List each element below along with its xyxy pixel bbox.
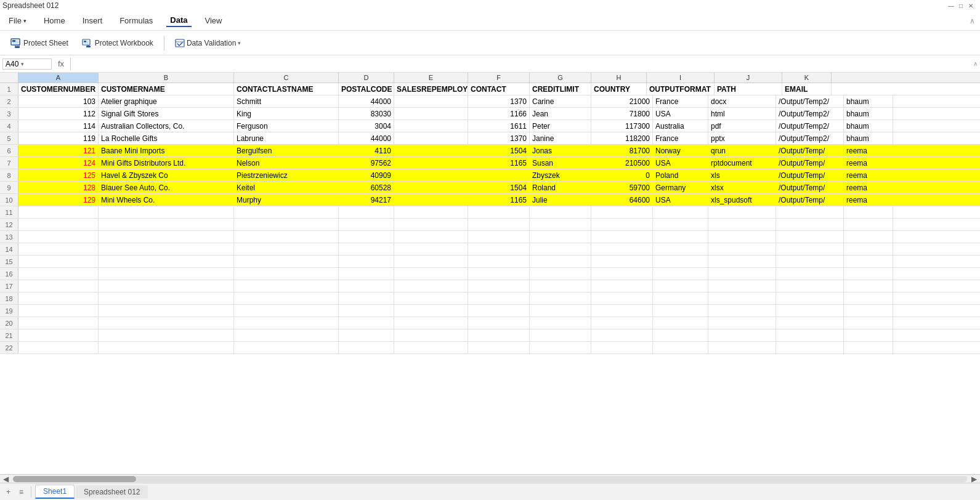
- cell-h6[interactable]: 81700: [591, 145, 653, 156]
- cell-k6-path[interactable]: /Output/Temp/: [776, 145, 844, 156]
- add-sheet-button[interactable]: +: [2, 486, 14, 498]
- cell-c10[interactable]: Murphy: [234, 194, 339, 206]
- menu-insert[interactable]: Insert: [79, 15, 107, 26]
- col-header-g[interactable]: G: [530, 73, 591, 83]
- cell-j1[interactable]: PATH: [715, 83, 782, 95]
- cell-g2[interactable]: Carine: [530, 95, 591, 107]
- cell-i8-country[interactable]: Poland: [653, 169, 708, 181]
- cell-k3-path[interactable]: /Output/Temp2/: [776, 108, 844, 119]
- cell-k4-path[interactable]: /Output/Temp2/: [776, 120, 844, 132]
- cell-j10-format[interactable]: xls_spudsoft: [708, 194, 776, 206]
- cell-d9[interactable]: 60528: [339, 182, 394, 193]
- cell-j8-format[interactable]: xls: [708, 169, 776, 181]
- cell-h10[interactable]: 64600: [591, 194, 653, 206]
- cell-d2[interactable]: 44000: [339, 95, 394, 107]
- cell-k10-path[interactable]: /Output/Temp/: [776, 194, 844, 206]
- cell-c4[interactable]: Ferguson: [234, 120, 339, 132]
- menu-data[interactable]: Data: [166, 14, 191, 27]
- menu-home[interactable]: Home: [40, 15, 69, 26]
- cell-b6[interactable]: Baane Mini Imports: [99, 145, 234, 156]
- scroll-left-icon[interactable]: ◀: [1, 475, 10, 483]
- cell-g10[interactable]: Julie: [530, 194, 591, 206]
- cell-d7[interactable]: 97562: [339, 157, 394, 169]
- cell-d4[interactable]: 3004: [339, 120, 394, 132]
- cell-b9[interactable]: Blauer See Auto, Co.: [99, 182, 234, 193]
- close-icon[interactable]: ✕: [966, 1, 975, 10]
- cell-d3[interactable]: 83030: [339, 108, 394, 119]
- cell-k7-path[interactable]: /Output/Temp/: [776, 157, 844, 169]
- cell-b3[interactable]: Signal Gift Stores: [99, 108, 234, 119]
- window-collapse-icon[interactable]: ∧: [970, 17, 975, 25]
- cell-k8-path[interactable]: /Output/Temp/: [776, 169, 844, 181]
- cell-f9[interactable]: 1504: [468, 182, 530, 193]
- cell-k5-path[interactable]: /Output/Temp2/: [776, 132, 844, 144]
- cell-a1[interactable]: CUSTOMERNUMBER: [18, 83, 99, 95]
- cell-c3[interactable]: King: [234, 108, 339, 119]
- cell-e8[interactable]: [394, 169, 468, 181]
- col-header-a[interactable]: A: [18, 73, 99, 83]
- cell-g8[interactable]: Zbyszek: [530, 169, 591, 181]
- cell-h1[interactable]: COUNTRY: [591, 83, 647, 95]
- cell-g7[interactable]: Susan: [530, 157, 591, 169]
- cell-g9[interactable]: Roland: [530, 182, 591, 193]
- cell-g4[interactable]: Peter: [530, 120, 591, 132]
- cell-b10[interactable]: Mini Wheels Co.: [99, 194, 234, 206]
- cell-a4[interactable]: 114: [18, 120, 99, 132]
- tab-sheet1[interactable]: Sheet1: [35, 485, 75, 499]
- col-header-f[interactable]: F: [468, 73, 530, 83]
- cell-e4[interactable]: [394, 120, 468, 132]
- cell-a8[interactable]: 125: [18, 169, 99, 181]
- cell-a3[interactable]: 112: [18, 108, 99, 119]
- tab-spreadsheet012[interactable]: Spreadsheet 012: [76, 485, 148, 498]
- cell-b7[interactable]: Mini Gifts Distributors Ltd.: [99, 157, 234, 169]
- cell-b4[interactable]: Australian Collectors, Co.: [99, 120, 234, 132]
- cell-i3-country[interactable]: USA: [653, 108, 708, 119]
- cell-c8[interactable]: Piestrzeniewicz: [234, 169, 339, 181]
- cell-b8[interactable]: Havel & Zbyszek Co: [99, 169, 234, 181]
- cell-f3[interactable]: 1166: [468, 108, 530, 119]
- cell-j3-format[interactable]: html: [708, 108, 776, 119]
- cell-l9-email[interactable]: reema: [844, 182, 893, 193]
- cell-l7-email[interactable]: reema: [844, 157, 893, 169]
- cell-g5[interactable]: Janine: [530, 132, 591, 144]
- menu-file[interactable]: File ▾: [5, 15, 30, 26]
- maximize-icon[interactable]: □: [957, 1, 965, 10]
- sheet-list-button[interactable]: ≡: [15, 486, 27, 498]
- cell-k9-path[interactable]: /Output/Temp/: [776, 182, 844, 193]
- cell-ref-dropdown-icon[interactable]: ▾: [21, 61, 24, 67]
- cell-e5[interactable]: [394, 132, 468, 144]
- data-validation-button[interactable]: Data Validation ▾: [169, 36, 247, 50]
- protect-workbook-button[interactable]: Protect Workbook: [76, 36, 159, 50]
- scroll-right-icon[interactable]: ▶: [970, 475, 979, 483]
- cell-l5-email[interactable]: bhaum: [844, 132, 893, 144]
- cell-f8[interactable]: [468, 169, 530, 181]
- cell-b5[interactable]: La Rochelle Gifts: [99, 132, 234, 144]
- cell-i9-country[interactable]: Germany: [653, 182, 708, 193]
- grid-container[interactable]: 1 CUSTOMERNUMBER CUSTOMERNAME CONTACTLAS…: [0, 83, 980, 474]
- cell-i10-country[interactable]: USA: [653, 194, 708, 206]
- col-header-j[interactable]: J: [715, 73, 782, 83]
- cell-e3[interactable]: [394, 108, 468, 119]
- cell-l3-email[interactable]: bhaum: [844, 108, 893, 119]
- col-header-i[interactable]: I: [647, 73, 715, 83]
- cell-k1[interactable]: EMAIL: [782, 83, 832, 95]
- protect-sheet-button[interactable]: Protect Sheet: [5, 36, 74, 50]
- cell-a10[interactable]: 129: [18, 194, 99, 206]
- cell-f5[interactable]: 1370: [468, 132, 530, 144]
- cell-f4[interactable]: 1611: [468, 120, 530, 132]
- cell-j2-format[interactable]: docx: [708, 95, 776, 107]
- cell-j6-format[interactable]: qrun: [708, 145, 776, 156]
- cell-j5-format[interactable]: pptx: [708, 132, 776, 144]
- cell-g1[interactable]: CREDITLIMIT: [530, 83, 591, 95]
- cell-c7[interactable]: Nelson: [234, 157, 339, 169]
- cell-d6[interactable]: 4110: [339, 145, 394, 156]
- cell-k2-path[interactable]: /Output/Temp2/: [776, 95, 844, 107]
- cell-e1[interactable]: SALESREPEMPLOYEENUMBER: [394, 83, 468, 95]
- cell-i1[interactable]: OUTPUTFORMAT: [647, 83, 715, 95]
- cell-l6-email[interactable]: reema: [844, 145, 893, 156]
- cell-l4-email[interactable]: bhaum: [844, 120, 893, 132]
- cell-i2-country[interactable]: France: [653, 95, 708, 107]
- cell-d10[interactable]: 94217: [339, 194, 394, 206]
- cell-e9[interactable]: [394, 182, 468, 193]
- cell-h5[interactable]: 118200: [591, 132, 653, 144]
